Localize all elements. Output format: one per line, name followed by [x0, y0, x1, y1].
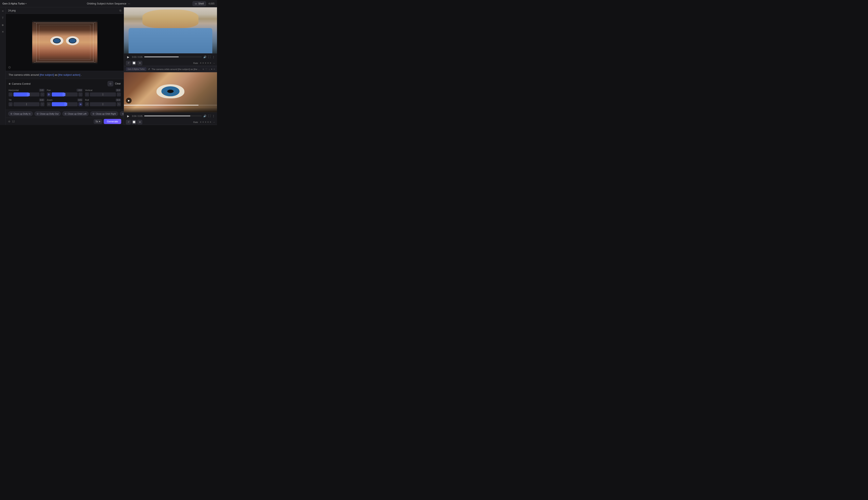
play-button-1[interactable]: ▶ [126, 55, 130, 59]
star-1[interactable]: ★ [200, 62, 202, 64]
slider-zoom-thumb[interactable] [64, 103, 67, 106]
slider-horizontal-left-icon[interactable]: ← [9, 92, 13, 96]
star-5[interactable]: ★ [210, 62, 211, 64]
refresh-btn-1[interactable]: ↺ [126, 61, 131, 65]
sidebar-icon-3[interactable]: ◈ [1, 23, 5, 27]
action-more-2[interactable]: ··· [213, 121, 215, 123]
slider-horizontal-right-icon[interactable]: → [40, 92, 44, 96]
stop-btn-1[interactable]: ⬜ [132, 61, 136, 65]
app-title-chevron[interactable]: ▾ [25, 2, 26, 5]
download-chevron[interactable]: ▾ [211, 68, 212, 71]
slider-zoom-right-icon[interactable]: ⊕ [78, 102, 82, 106]
quick-action-orbit-right[interactable]: ◎ Close-up Orbit Right [90, 111, 118, 116]
star-2-5[interactable]: ★ [210, 121, 211, 123]
settings-icon[interactable]: ⚙ [8, 120, 10, 123]
star-2-4[interactable]: ★ [207, 121, 209, 123]
star-4[interactable]: ★ [207, 62, 209, 64]
stars-row-2[interactable]: ★ ★ ★ ★ ★ [200, 121, 211, 123]
dolly-out-icon: ◎ [37, 112, 39, 115]
model-badge: Gen-3 Alpha Turbo [126, 67, 146, 71]
progress-bar-2-ctrl[interactable] [144, 116, 202, 116]
svg-line-5 [93, 22, 96, 23]
slider-vertical-label: Vertical [85, 89, 92, 91]
slider-tilt: Tilt 0.0 △ ▽ [9, 99, 44, 106]
volume-icon-1[interactable]: 🔊 [203, 56, 207, 58]
action-more-1[interactable]: ··· [213, 62, 215, 64]
slider-pan-track[interactable] [52, 92, 78, 96]
sidebar-icon-2[interactable]: T [1, 16, 5, 20]
star-2-1[interactable]: ★ [200, 121, 202, 123]
heart-icon[interactable]: ♡ [205, 68, 208, 71]
stop-btn-2[interactable]: ⬜ [132, 120, 136, 124]
quick-action-crane-down[interactable]: ◎ Close-up Crane Down [120, 111, 124, 116]
slider-horizontal-thumb[interactable] [27, 93, 30, 96]
slider-horizontal-track[interactable] [13, 92, 40, 96]
volume-icon-2[interactable]: 🔊 [203, 115, 207, 117]
rate-label-2: Rate [193, 121, 198, 123]
fullscreen-icon-2[interactable]: ⛶ [208, 115, 211, 117]
clear-button[interactable]: Clear [115, 82, 121, 85]
action-left-1: ↺ ⬜ ⊞ [126, 61, 142, 65]
image-preview: ⊙ [6, 14, 124, 71]
camera-control-label: Camera Control [12, 82, 31, 85]
prompt-area[interactable]: The camera orbits around [the subject] a… [6, 71, 124, 79]
prompt-highlight-2: [the subject action] [58, 73, 80, 76]
progress-bar-1[interactable] [144, 57, 202, 57]
download-icon[interactable]: ↓ [209, 68, 210, 71]
prompt-text-before: The camera orbits around [9, 73, 40, 76]
slider-tilt-left-icon[interactable]: △ [9, 102, 13, 106]
sidebar-icon-4[interactable]: ✕ [1, 30, 5, 34]
generate-button[interactable]: Generate [104, 119, 121, 124]
slider-vertical: Vertical 0.0 ↑ ↑ [85, 89, 121, 96]
resync-icon[interactable]: ↺ [148, 68, 150, 71]
slider-zoom-left-icon[interactable]: ⊖ [47, 102, 51, 106]
video-controls-2: ▶ 0:04 / 0:05 🔊 ⛶ ⋮ [124, 112, 217, 119]
progress-bar-2-overlay[interactable] [124, 105, 217, 105]
counter-badge: 4,685 [209, 2, 214, 5]
shell-button[interactable]: ▭ Shell [192, 1, 206, 6]
quick-action-orbit-left[interactable]: ◎ Close-up Orbit Left [62, 111, 89, 116]
quick-action-dolly-in[interactable]: ◎ Close-up Dolly In [8, 111, 33, 116]
sidebar-icon-1[interactable]: ≡ [1, 9, 5, 13]
more-icon-1[interactable]: ⋮ [212, 55, 215, 59]
slider-roll-left-icon[interactable]: ↺ [85, 102, 89, 106]
stars-row-1[interactable]: ★ ★ ★ ★ ★ [200, 62, 211, 64]
slider-pan-left-icon[interactable]: D [47, 92, 51, 96]
more-icon-2[interactable]: ⋮ [212, 114, 215, 118]
preview-icon-button[interactable]: ⊙ [108, 81, 113, 86]
duration-select[interactable]: 5s ▾ [94, 119, 102, 124]
play-button-2[interactable]: ▶ [126, 114, 130, 118]
fullscreen-icon-1[interactable]: ⛶ [208, 56, 211, 58]
slider-roll-track[interactable] [90, 102, 116, 106]
slider-vertical-track[interactable] [90, 92, 116, 96]
slider-zoom-track[interactable] [52, 102, 78, 106]
slider-pan-thumb[interactable] [63, 93, 65, 96]
slider-tilt-center [26, 103, 27, 105]
refresh-btn-2[interactable]: ↺ [126, 120, 131, 124]
quick-action-dolly-out[interactable]: ◎ Close-up Dolly Out [34, 111, 61, 116]
sequence-more-icon[interactable]: ··· [128, 2, 130, 5]
slider-vertical-left-icon[interactable]: ↑ [85, 92, 89, 96]
video-play-overlay-2: ▶ [126, 98, 132, 103]
extend-btn-2[interactable]: ⊞ [137, 120, 142, 124]
app-title[interactable]: Gen-3 Alpha Turbo ▾ [2, 2, 26, 5]
slider-pan-right-icon[interactable]: ↓ [78, 92, 82, 96]
star-2-3[interactable]: ★ [204, 121, 207, 123]
slider-roll-right-icon[interactable]: ↻ [117, 102, 121, 106]
menu-icon[interactable]: ≡ [202, 68, 204, 71]
star-2-2[interactable]: ★ [202, 121, 204, 123]
extend-btn-1[interactable]: ⊞ [137, 61, 142, 65]
slider-vertical-right-icon[interactable]: ↑ [117, 92, 121, 96]
slider-vertical-center [103, 93, 103, 96]
prompt-text-middle: as [55, 73, 58, 76]
video-container-2: ▶ [124, 72, 217, 112]
copy-icon[interactable]: ⧉ [119, 9, 121, 12]
close-icon[interactable]: × [213, 68, 215, 71]
slider-tilt-track[interactable] [13, 102, 40, 106]
attach-icon[interactable]: ⊙ [8, 65, 11, 69]
star-2[interactable]: ★ [202, 62, 204, 64]
orbit-left-label: Close-up Orbit Left [68, 113, 86, 115]
slider-tilt-right-icon[interactable]: ▽ [40, 102, 44, 106]
play-circle-2[interactable]: ▶ [126, 98, 132, 103]
star-3[interactable]: ★ [204, 62, 207, 64]
